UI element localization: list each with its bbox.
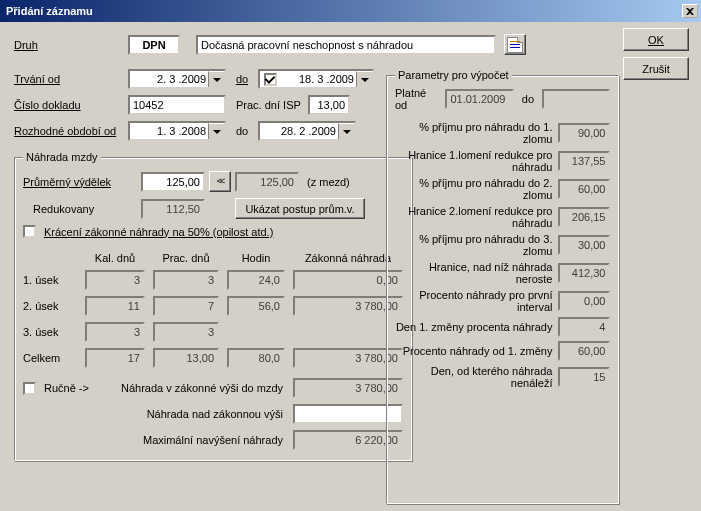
param-value: 30,00 bbox=[558, 235, 610, 255]
param-label: % příjmu pro náhradu do 2. zlomu bbox=[395, 177, 558, 201]
param-label: Den, od kterého náhrada nenáleží bbox=[395, 365, 558, 389]
cancel-button[interactable]: Zrušit bbox=[623, 57, 689, 80]
parametry-group: Parametry pro výpočet Platné od 01.01.20… bbox=[386, 69, 619, 504]
row-2-label: 2. úsek bbox=[23, 300, 77, 312]
r1-kal: 3 bbox=[85, 270, 145, 290]
copy-left-button[interactable]: << bbox=[209, 171, 231, 192]
param-label: % příjmu pro náhradu do 1. zlomu bbox=[395, 121, 558, 145]
platne-do-label: do bbox=[518, 93, 538, 105]
param-value: 15 bbox=[558, 367, 610, 387]
druh-code[interactable]: DPN bbox=[128, 35, 180, 55]
param-label: Hranice 2.lomení redukce pro náhradu bbox=[395, 205, 558, 229]
do-label-2: do bbox=[230, 125, 254, 137]
kraceni-label: Krácení zákonné náhrady na 50% (opilost … bbox=[44, 226, 273, 238]
param-value: 412,30 bbox=[558, 263, 610, 283]
celkem-kal: 17 bbox=[85, 348, 145, 368]
druh-desc[interactable]: Dočasná pracovní neschopnost s náhradou bbox=[196, 35, 496, 55]
prac-dni-isp-label: Prac. dní ISP bbox=[230, 99, 304, 111]
col-prac-dnu: Prac. dnů bbox=[153, 252, 219, 264]
window-title: Přidání záznamu bbox=[6, 5, 93, 17]
param-row: % příjmu pro náhradu do 3. zlomu30,00 bbox=[395, 233, 610, 257]
param-row: Hranice, nad níž náhrada neroste412,30 bbox=[395, 261, 610, 285]
trvani-od-label: Trvání od bbox=[14, 73, 124, 85]
param-label: Den 1. změny procenta náhrady bbox=[395, 321, 558, 333]
parametry-legend: Parametry pro výpočet bbox=[395, 69, 512, 81]
rucne-label: Náhrada v zákonné výši do mzdy bbox=[94, 382, 289, 394]
param-row: Den 1. změny procenta náhrady4 bbox=[395, 317, 610, 337]
rozhodne-label: Rozhodné období od bbox=[14, 125, 124, 137]
ukazat-postup-button[interactable]: Ukázat postup prům.v. bbox=[235, 198, 365, 219]
param-value: 90,00 bbox=[558, 123, 610, 143]
param-row: Procento náhrady od 1. změny60,00 bbox=[395, 341, 610, 361]
r1-hod: 24,0 bbox=[227, 270, 285, 290]
param-value: 4 bbox=[558, 317, 610, 337]
nahrada-mzdy-group: Náhrada mzdy Průměrný výdělek 125,00 << … bbox=[14, 151, 412, 461]
chevron-down-icon[interactable] bbox=[208, 123, 224, 139]
r3-kal: 3 bbox=[85, 322, 145, 342]
col-hodin: Hodin bbox=[227, 252, 285, 264]
param-row: Hranice 1.lomení redukce pro náhradu137,… bbox=[395, 149, 610, 173]
param-label: Procento náhrady od 1. změny bbox=[395, 345, 558, 357]
param-row: % příjmu pro náhradu do 2. zlomu60,00 bbox=[395, 177, 610, 201]
param-value: 206,15 bbox=[558, 207, 610, 227]
double-chevron-left-icon: << bbox=[217, 177, 224, 186]
row-3-label: 3. úsek bbox=[23, 326, 77, 338]
param-row: Den, od kterého náhrada nenáleží15 bbox=[395, 365, 610, 389]
chevron-down-icon[interactable] bbox=[356, 71, 372, 87]
nahrada-legend: Náhrada mzdy bbox=[23, 151, 101, 163]
celkem-hod: 80,0 bbox=[227, 348, 285, 368]
chevron-down-icon[interactable] bbox=[208, 71, 224, 87]
title-bar: Přidání záznamu bbox=[0, 0, 701, 22]
param-label: Hranice 1.lomení redukce pro náhradu bbox=[395, 149, 558, 173]
redukovany-value: 112,50 bbox=[141, 199, 205, 219]
param-label: Hranice, nad níž náhrada neroste bbox=[395, 261, 558, 285]
r2-prac: 7 bbox=[153, 296, 219, 316]
rucne-checkbox[interactable] bbox=[23, 382, 36, 395]
param-value: 0,00 bbox=[558, 291, 610, 311]
druh-label: Druh bbox=[14, 39, 124, 51]
nad-zakonnou-label: Náhrada nad zákonnou výši bbox=[23, 408, 289, 420]
r1-prac: 3 bbox=[153, 270, 219, 290]
r3-prac: 3 bbox=[153, 322, 219, 342]
trvani-od-combo[interactable]: 2. 3 .2009 bbox=[128, 69, 226, 89]
prac-dni-isp-input[interactable]: 13,00 bbox=[308, 95, 350, 115]
param-value: 137,55 bbox=[558, 151, 610, 171]
close-icon[interactable] bbox=[682, 4, 698, 18]
celkem-prac: 13,00 bbox=[153, 348, 219, 368]
z-mezd-label: (z mezd) bbox=[303, 176, 350, 188]
rozhodne-od-combo[interactable]: 1. 3 .2008 bbox=[128, 121, 226, 141]
row-1-label: 1. úsek bbox=[23, 274, 77, 286]
chevron-down-icon[interactable] bbox=[338, 123, 354, 139]
param-value: 60,00 bbox=[558, 179, 610, 199]
platne-do-value bbox=[542, 89, 610, 109]
trvani-do-check[interactable] bbox=[264, 73, 277, 86]
cislo-dokladu-input[interactable]: 10452 bbox=[128, 95, 226, 115]
cislo-dokladu-label: Číslo dokladu bbox=[14, 99, 124, 111]
row-celkem-label: Celkem bbox=[23, 352, 77, 364]
sheet-icon bbox=[507, 37, 523, 53]
max-navyseni-label: Maximální navýšení náhrady bbox=[23, 434, 289, 446]
prumerny-vydelek-a[interactable]: 125,00 bbox=[141, 172, 205, 192]
r2-kal: 11 bbox=[85, 296, 145, 316]
param-row: % příjmu pro náhradu do 1. zlomu90,00 bbox=[395, 121, 610, 145]
druh-lookup-button[interactable] bbox=[504, 34, 526, 55]
rucne-arrow-label: Ručně -> bbox=[44, 382, 90, 394]
do-label-1: do bbox=[230, 73, 254, 85]
param-row: Procento náhrady pro první interval0,00 bbox=[395, 289, 610, 313]
ok-button[interactable]: OK bbox=[623, 28, 689, 51]
rozhodne-do-combo[interactable]: 28. 2 .2009 bbox=[258, 121, 356, 141]
prumerny-vydelek-label: Průměrný výdělek bbox=[23, 176, 137, 188]
trvani-do-combo[interactable]: 18. 3 .2009 bbox=[258, 69, 374, 89]
prumerny-vydelek-b: 125,00 bbox=[235, 172, 299, 192]
platne-od-value: 01.01.2009 bbox=[445, 89, 513, 109]
platne-od-label: Platné od bbox=[395, 87, 441, 111]
redukovany-label: Redukovany bbox=[23, 203, 137, 215]
param-label: Procento náhrady pro první interval bbox=[395, 289, 558, 313]
r2-hod: 56,0 bbox=[227, 296, 285, 316]
param-label: % příjmu pro náhradu do 3. zlomu bbox=[395, 233, 558, 257]
kraceni-checkbox[interactable] bbox=[23, 225, 36, 238]
param-row: Hranice 2.lomení redukce pro náhradu206,… bbox=[395, 205, 610, 229]
col-kal-dnu: Kal. dnů bbox=[85, 252, 145, 264]
param-value: 60,00 bbox=[558, 341, 610, 361]
